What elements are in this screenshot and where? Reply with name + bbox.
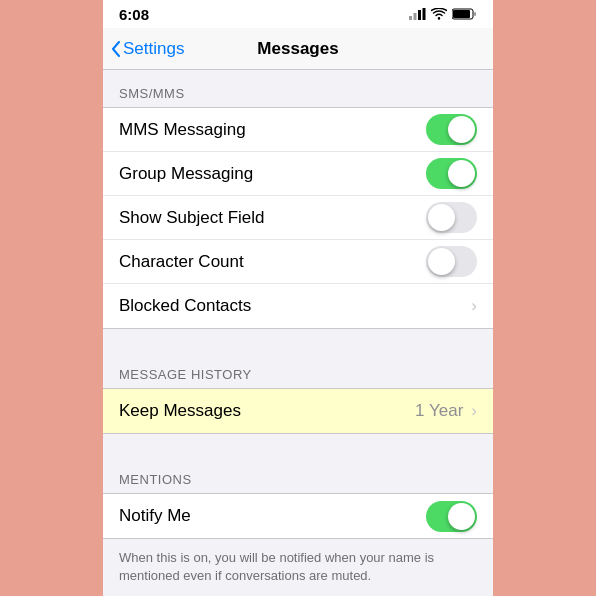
notify-me-toggle[interactable] [426, 501, 477, 532]
row-show-subject-field-label: Show Subject Field [119, 208, 265, 228]
nav-title: Messages [257, 39, 338, 59]
row-notify-me[interactable]: Notify Me [103, 494, 493, 538]
character-count-toggle[interactable] [426, 246, 477, 277]
spacer-1 [103, 331, 493, 351]
svg-rect-1 [414, 13, 417, 20]
back-chevron-icon [111, 41, 121, 57]
toggle-knob [428, 204, 455, 231]
section-header-mentions: MENTIONS [103, 456, 493, 493]
spacer-2 [103, 436, 493, 456]
svg-rect-3 [423, 8, 426, 20]
status-time: 6:08 [119, 6, 149, 23]
nav-back-button[interactable]: Settings [111, 39, 184, 59]
row-group-messaging[interactable]: Group Messaging [103, 152, 493, 196]
svg-rect-2 [418, 10, 421, 20]
row-mms-messaging-label: MMS Messaging [119, 120, 246, 140]
status-bar: 6:08 [103, 0, 493, 28]
row-keep-messages-right: 1 Year › [415, 401, 477, 421]
mms-messaging-toggle[interactable] [426, 114, 477, 145]
wifi-icon [431, 8, 447, 20]
row-blocked-contacts-right: › [471, 296, 477, 316]
back-label: Settings [123, 39, 184, 59]
row-character-count[interactable]: Character Count [103, 240, 493, 284]
keep-messages-value: 1 Year [415, 401, 463, 421]
mentions-description: When this is on, you will be notified wh… [103, 541, 493, 596]
settings-group-message-history: Keep Messages 1 Year › [103, 388, 493, 434]
row-mms-messaging[interactable]: MMS Messaging [103, 108, 493, 152]
row-character-count-label: Character Count [119, 252, 244, 272]
signal-icon [409, 8, 426, 20]
show-subject-field-toggle[interactable] [426, 202, 477, 233]
row-blocked-contacts-label: Blocked Contacts [119, 296, 251, 316]
svg-rect-0 [409, 16, 412, 20]
row-keep-messages-label: Keep Messages [119, 401, 241, 421]
status-icons [409, 8, 477, 20]
svg-point-4 [438, 17, 440, 19]
battery-icon [452, 8, 477, 20]
svg-rect-6 [453, 10, 470, 18]
row-blocked-contacts[interactable]: Blocked Contacts › [103, 284, 493, 328]
row-keep-messages[interactable]: Keep Messages 1 Year › [103, 389, 493, 433]
section-header-message-history: MESSAGE HISTORY [103, 351, 493, 388]
chevron-icon: › [471, 296, 477, 316]
toggle-knob [448, 160, 475, 187]
group-messaging-toggle[interactable] [426, 158, 477, 189]
row-show-subject-field[interactable]: Show Subject Field [103, 196, 493, 240]
settings-group-mentions: Notify Me [103, 493, 493, 539]
settings-group-sms-mms: MMS Messaging Group Messaging Show Subje… [103, 107, 493, 329]
toggle-knob [448, 116, 475, 143]
toggle-knob [428, 248, 455, 275]
settings-content: SMS/MMS MMS Messaging Group Messaging Sh… [103, 70, 493, 596]
row-group-messaging-label: Group Messaging [119, 164, 253, 184]
toggle-knob [448, 503, 475, 530]
nav-bar: Settings Messages [103, 28, 493, 70]
svg-rect-7 [474, 12, 476, 16]
phone-container: 6:08 [103, 0, 493, 596]
section-header-sms-mms: SMS/MMS [103, 70, 493, 107]
chevron-icon: › [471, 401, 477, 421]
row-notify-me-label: Notify Me [119, 506, 191, 526]
